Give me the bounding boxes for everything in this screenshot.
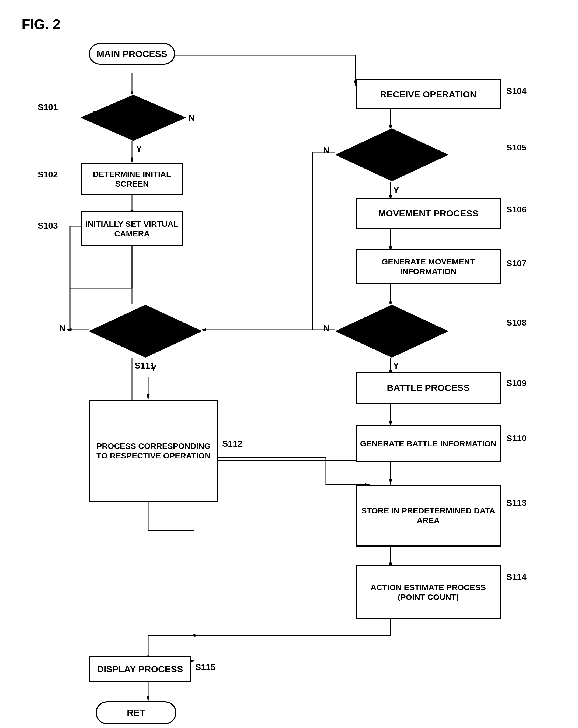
s105-n-label: N — [323, 146, 329, 155]
s112-node: PROCESS CORRESPONDING TO RESPECTIVE OPER… — [89, 400, 218, 502]
s101-label: S101 — [38, 102, 58, 112]
s114-node: ACTION ESTIMATE PROCESS (POINT COUNT) — [355, 565, 501, 619]
s103-node: INITIALLY SET VIRTUAL CAMERA — [81, 211, 183, 246]
s105-node: MOVEMENT OPERATION ? — [335, 128, 449, 182]
s101-text: GAME START · SCENE CHANGE ? — [81, 109, 186, 127]
s102-node: DETERMINE INITIAL SCREEN — [81, 163, 183, 195]
svg-marker-26 — [66, 329, 71, 331]
s102-text: DETERMINE INITIAL SCREEN — [82, 170, 182, 189]
s113-label: S113 — [506, 498, 527, 508]
s101-node: GAME START · SCENE CHANGE ? — [81, 94, 186, 141]
s105-label: S105 — [506, 143, 527, 153]
s104-text: RECEIVE OPERATION — [380, 89, 476, 100]
s109-text: BATTLE PROCESS — [387, 382, 470, 393]
s106-node: MOVEMENT PROCESS — [355, 198, 501, 229]
s111-node: OTHER OPERATION ? — [89, 304, 202, 358]
flowchart: MAIN PROCESS S101 GAME START · SCENE CHA… — [16, 38, 566, 727]
s114-text: ACTION ESTIMATE PROCESS (POINT COUNT) — [357, 582, 500, 602]
main-process-node: MAIN PROCESS — [89, 43, 175, 64]
svg-marker-36 — [190, 634, 195, 637]
s103-text: INITIALLY SET VIRTUAL CAMERA — [82, 219, 182, 238]
s108-label: S108 — [506, 318, 527, 328]
s108-text: BATTLE OPERATION ? — [351, 327, 433, 336]
s115-node: DISPLAY PROCESS — [89, 656, 191, 682]
s110-text: GENERATE BATTLE INFORMATION — [360, 439, 497, 448]
s105-text: MOVEMENT OPERATION ? — [344, 150, 441, 159]
s115-label: S115 — [195, 662, 216, 672]
svg-marker-20 — [389, 479, 392, 485]
s105-y-label: Y — [393, 185, 399, 195]
s111-y-label: Y — [151, 363, 156, 373]
s102-label: S102 — [38, 170, 58, 180]
s109-label: S109 — [506, 378, 527, 388]
main-process-label: MAIN PROCESS — [97, 49, 168, 59]
s115-text: DISPLAY PROCESS — [97, 664, 183, 675]
s106-text: MOVEMENT PROCESS — [378, 208, 478, 219]
svg-marker-39 — [147, 696, 149, 701]
s113-node: STORE IN PREDETERMINED DATA AREA — [355, 485, 501, 547]
s112-label: S112 — [222, 439, 243, 449]
s111-n-label: N — [59, 323, 66, 333]
s107-label: S107 — [506, 258, 527, 268]
s107-text: GENERATE MOVEMENT INFORMATION — [357, 257, 500, 276]
s101-n-label: N — [189, 113, 195, 123]
s107-node: GENERATE MOVEMENT INFORMATION — [355, 249, 501, 284]
s113-text: STORE IN PREDETERMINED DATA AREA — [357, 506, 500, 525]
s104-node: RECEIVE OPERATION — [355, 79, 501, 109]
s112-text: PROCESS CORRESPONDING TO RESPECTIVE OPER… — [90, 441, 217, 461]
s109-node: BATTLE PROCESS — [355, 371, 501, 404]
figure-title: FIG. 2 — [22, 16, 60, 32]
s104-label: S104 — [506, 86, 527, 96]
ret-node: RET — [96, 701, 176, 724]
s110-label: S110 — [506, 434, 527, 443]
s103-label: S103 — [38, 221, 58, 231]
s114-label: S114 — [506, 572, 527, 582]
s108-y-label: Y — [393, 361, 399, 371]
ret-text: RET — [127, 707, 145, 718]
s106-label: S106 — [506, 205, 527, 214]
svg-marker-28 — [147, 394, 149, 400]
s111-text: OTHER OPERATION ? — [106, 327, 185, 336]
s108-n-label: N — [323, 323, 329, 333]
s101-y-label: Y — [136, 144, 142, 154]
svg-marker-3 — [131, 157, 133, 163]
s110-node: GENERATE BATTLE INFORMATION — [355, 425, 501, 462]
s108-node: BATTLE OPERATION ? — [335, 304, 449, 358]
